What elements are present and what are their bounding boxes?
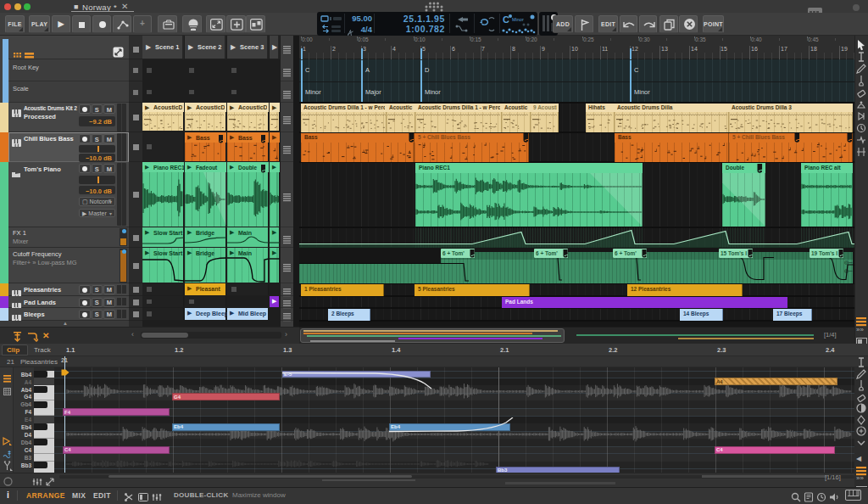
svg-text:C: C [503,14,509,25]
svg-text:Minor: Minor [512,17,524,22]
